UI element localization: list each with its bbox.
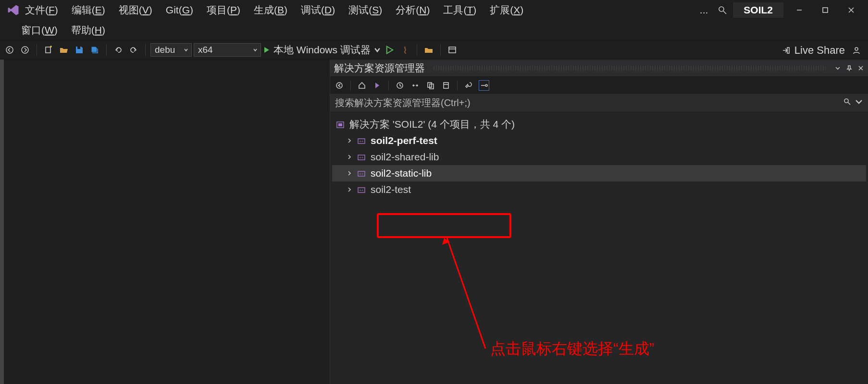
start-debugging-label: 本地 Windows 调试器	[273, 43, 371, 57]
svg-text:++: ++	[359, 139, 364, 144]
save-all-icon[interactable]	[88, 43, 101, 57]
expander-icon[interactable]	[347, 154, 352, 160]
live-share-label: Live Share	[794, 44, 845, 57]
toolbar-separator	[145, 44, 146, 56]
solution-tree: 解决方案 'SOIL2' (4 个项目，共 4 个) ++ soil2-perf…	[330, 112, 868, 202]
solution-explorer-toolbar	[330, 77, 868, 94]
panel-close-icon[interactable]	[857, 62, 864, 74]
solution-explorer-search[interactable]: 搜索解决方案资源管理器(Ctrl+;)	[330, 94, 868, 112]
svg-point-25	[485, 84, 487, 86]
svg-point-26	[844, 99, 848, 103]
solution-explorer-title-label: 解决方案资源管理器	[334, 61, 425, 75]
project-icon: ++	[357, 153, 366, 161]
body: 解决方案资源管理器 搜索解决方案资源管理器(Ctrl+;)	[0, 60, 868, 384]
menu-extensions[interactable]: 扩展(X)	[490, 3, 523, 17]
editor-area	[4, 60, 330, 384]
project-node-soil2-static-lib[interactable]: ++ soil2-static-lib	[332, 165, 866, 181]
project-node-soil2-perf-test[interactable]: ++ soil2-perf-test	[332, 132, 866, 149]
undo-icon[interactable]	[112, 43, 125, 57]
search-dropdown-icon[interactable]	[855, 97, 863, 108]
folder-view-icon[interactable]	[422, 43, 435, 57]
toolbar-separator	[37, 44, 37, 56]
project-label: soil2-static-lib	[371, 168, 432, 179]
nav-back-icon[interactable]	[3, 43, 16, 57]
properties-icon[interactable]	[463, 80, 474, 91]
menu-git[interactable]: Git(G)	[166, 4, 193, 16]
expander-icon[interactable]	[347, 138, 352, 144]
svg-marker-11	[387, 47, 393, 54]
project-node-soil2-shared-lib[interactable]: ++ soil2-shared-lib	[332, 149, 866, 165]
window-minimize-button[interactable]	[789, 3, 809, 17]
svg-line-27	[848, 102, 850, 105]
search-icon[interactable]	[718, 5, 727, 15]
svg-rect-22	[444, 83, 448, 88]
project-icon: ++	[357, 169, 366, 178]
redo-icon[interactable]	[127, 43, 140, 57]
start-debugging-button[interactable]: 本地 Windows 调试器	[263, 43, 381, 57]
history-icon[interactable]	[395, 80, 405, 91]
project-node-soil2-test[interactable]: ++ soil2-test	[332, 181, 866, 198]
panel-pin-icon[interactable]	[846, 62, 853, 74]
preview-selected-icon[interactable]	[479, 80, 489, 91]
toolbar-separator	[457, 81, 458, 90]
window-maximize-button[interactable]	[815, 3, 835, 17]
account-icon[interactable]	[850, 44, 863, 57]
nav-forward-icon[interactable]	[18, 43, 32, 57]
main-menu-row2: 窗口(W) 帮助(H)	[0, 20, 868, 40]
menu-project[interactable]: 项目(P)	[207, 3, 240, 17]
menu-test[interactable]: 测试(S)	[348, 3, 382, 17]
home-icon[interactable]	[357, 80, 367, 91]
solution-explorer-title-bar[interactable]: 解决方案资源管理器	[330, 60, 868, 77]
menu-file[interactable]: 文件(F)	[25, 3, 58, 17]
solution-label: 解决方案 'SOIL2' (4 个项目，共 4 个)	[349, 118, 515, 131]
main-toolbar: debu x64 本地 Windows 调试器 Live Share	[0, 40, 868, 60]
start-without-debug-icon[interactable]	[383, 43, 397, 57]
title-bar: 文件(F) 编辑(E) 视图(V) Git(G) 项目(P) 生成(B) 调试(…	[0, 0, 868, 20]
toolbar-separator	[417, 44, 417, 56]
svg-point-0	[719, 7, 724, 12]
live-share-button[interactable]: Live Share	[781, 44, 845, 57]
menu-window[interactable]: 窗口(W)	[21, 24, 58, 37]
svg-marker-10	[264, 47, 269, 53]
new-item-icon[interactable]	[42, 43, 55, 57]
expander-icon[interactable]	[347, 170, 352, 176]
solution-icon	[336, 120, 345, 129]
menu-analyze[interactable]: 分析(N)	[396, 3, 430, 17]
platform-dropdown-value: x64	[198, 45, 213, 55]
title-right: ... SOIL2	[696, 2, 868, 18]
window-close-button[interactable]	[841, 3, 861, 17]
sync-icon[interactable]	[410, 80, 421, 91]
svg-text:++: ++	[359, 172, 364, 176]
show-all-files-icon[interactable]	[425, 80, 436, 91]
menu-tools[interactable]: 工具(T)	[443, 3, 476, 17]
refresh-icon[interactable]	[441, 80, 451, 91]
svg-rect-3	[823, 8, 828, 12]
save-icon[interactable]	[73, 43, 86, 57]
open-folder-icon[interactable]	[57, 43, 71, 57]
switch-views-icon[interactable]	[372, 80, 383, 91]
toolbar-separator	[106, 44, 107, 56]
project-label: soil2-perf-test	[371, 135, 437, 146]
main-menu: 文件(F) 编辑(E) 视图(V) Git(G) 项目(P) 生成(B) 调试(…	[25, 3, 523, 17]
expander-icon[interactable]	[347, 187, 352, 192]
window-layout-icon[interactable]	[446, 43, 459, 57]
panel-dropdown-icon[interactable]	[834, 62, 841, 74]
platform-dropdown[interactable]: x64	[194, 43, 261, 57]
hot-reload-icon[interactable]	[398, 43, 412, 57]
svg-text:++: ++	[359, 188, 364, 192]
menu-overflow[interactable]: ...	[696, 3, 712, 17]
menu-debug[interactable]: 调试(D)	[301, 3, 335, 17]
svg-rect-8	[46, 47, 50, 53]
config-dropdown-value: debu	[155, 45, 175, 55]
menu-view[interactable]: 视图(V)	[119, 3, 152, 17]
project-icon: ++	[357, 185, 366, 194]
menu-build[interactable]: 生成(B)	[254, 3, 287, 17]
collapse-all-icon[interactable]	[334, 80, 345, 91]
menu-help[interactable]: 帮助(H)	[71, 24, 105, 37]
menu-edit[interactable]: 编辑(E)	[72, 3, 105, 17]
solution-explorer-panel: 解决方案资源管理器 搜索解决方案资源管理器(Ctrl+;)	[330, 60, 868, 384]
project-icon: ++	[357, 136, 366, 145]
left-gutter[interactable]	[0, 60, 4, 384]
solution-node[interactable]: 解决方案 'SOIL2' (4 个项目，共 4 个)	[332, 116, 866, 132]
config-dropdown[interactable]: debu	[150, 43, 192, 57]
